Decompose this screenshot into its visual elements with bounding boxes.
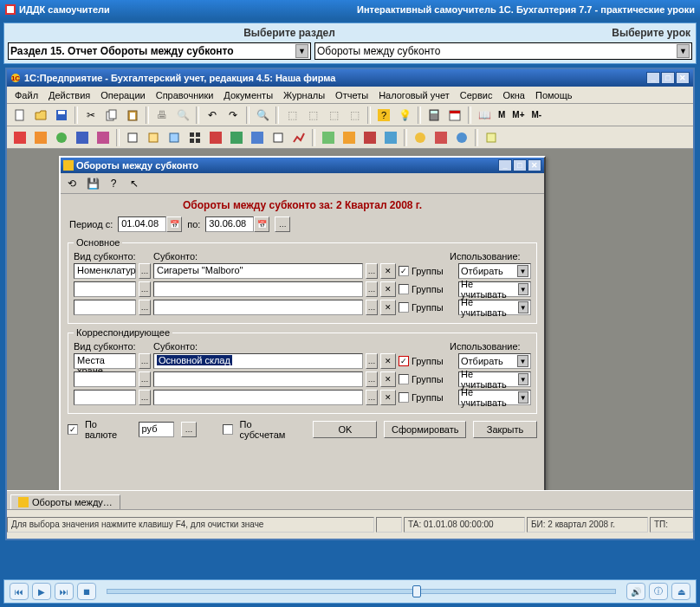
- dialog-minimize-button[interactable]: _: [498, 159, 512, 171]
- tool-icon[interactable]: ⬚: [282, 106, 301, 125]
- tool-icon[interactable]: [227, 128, 246, 147]
- hint-icon[interactable]: 💡: [395, 106, 414, 125]
- menu-help[interactable]: Помощь: [531, 88, 577, 102]
- maximize-button[interactable]: □: [661, 72, 675, 84]
- menu-catalogs[interactable]: Справочники: [152, 88, 218, 102]
- tool-icon[interactable]: [165, 128, 184, 147]
- subconto-input[interactable]: Сигареты "Malboro": [153, 263, 363, 279]
- tool-icon[interactable]: ⬚: [345, 106, 364, 125]
- menu-windows[interactable]: Окна: [498, 88, 529, 102]
- tool-icon[interactable]: [206, 128, 225, 147]
- kind-choose-button[interactable]: …: [139, 300, 151, 315]
- refresh-icon[interactable]: ⟲: [64, 176, 80, 191]
- calendar-icon[interactable]: [445, 106, 464, 125]
- tool-icon[interactable]: ⬚: [324, 106, 343, 125]
- player-exit-button[interactable]: ⏏: [671, 583, 690, 600]
- save-settings-icon[interactable]: 💾: [85, 176, 100, 191]
- dropdown-arrow-icon[interactable]: ▼: [518, 301, 528, 313]
- period-choose-button[interactable]: …: [275, 216, 290, 232]
- dropdown-arrow-icon[interactable]: ▼: [518, 373, 528, 385]
- menu-reports[interactable]: Отчеты: [331, 88, 373, 102]
- groups-checkbox[interactable]: ✓: [399, 266, 409, 276]
- calc-icon[interactable]: [425, 106, 444, 125]
- dropdown-arrow-icon[interactable]: ▼: [518, 283, 528, 295]
- tool-icon[interactable]: [73, 128, 92, 147]
- use-select[interactable]: Не учитывать▼: [458, 390, 531, 405]
- dropdown-arrow-icon[interactable]: ▼: [517, 355, 528, 367]
- dropdown-arrow-icon[interactable]: ▼: [295, 44, 308, 58]
- tool-icon[interactable]: [431, 128, 450, 147]
- kind-choose-button[interactable]: …: [139, 390, 151, 405]
- clear-button[interactable]: ✕: [380, 371, 396, 387]
- subconto-input[interactable]: [153, 300, 363, 315]
- tool-icon[interactable]: [411, 128, 430, 147]
- kind-input[interactable]: [74, 281, 136, 297]
- player-info-button[interactable]: ⓘ: [649, 583, 668, 600]
- tool-icon[interactable]: [289, 128, 308, 147]
- save-icon[interactable]: [52, 106, 71, 125]
- use-select[interactable]: Отбирать▼: [458, 263, 531, 279]
- kind-input[interactable]: Номенклатур: [74, 263, 136, 279]
- tool-icon[interactable]: [185, 128, 204, 147]
- tool-icon[interactable]: [482, 128, 501, 147]
- tool-icon[interactable]: [144, 128, 163, 147]
- tool-icon[interactable]: [94, 128, 113, 147]
- tool-icon[interactable]: [381, 128, 400, 147]
- use-select[interactable]: Не учитывать▼: [458, 300, 531, 315]
- subconto-choose-button[interactable]: …: [366, 263, 378, 279]
- currency-input[interactable]: руб: [139, 422, 175, 437]
- book-icon[interactable]: 📖: [475, 106, 494, 125]
- tool-icon[interactable]: [340, 128, 359, 147]
- menu-service[interactable]: Сервис: [456, 88, 497, 102]
- cut-icon[interactable]: ✂: [81, 106, 100, 125]
- calendar-icon[interactable]: 📅: [254, 216, 269, 232]
- dialog-maximize-button[interactable]: □: [513, 159, 527, 171]
- player-prev-button[interactable]: ⏮: [10, 583, 29, 600]
- slider-thumb[interactable]: [412, 585, 421, 597]
- subconto-input[interactable]: [153, 371, 363, 387]
- use-select[interactable]: Не учитывать▼: [458, 281, 531, 297]
- tool-icon[interactable]: [319, 128, 338, 147]
- by-subacc-checkbox[interactable]: [223, 424, 233, 435]
- tool-icon[interactable]: [248, 128, 267, 147]
- help-icon[interactable]: ?: [106, 176, 121, 191]
- preview-icon[interactable]: 🔍: [173, 106, 192, 125]
- subconto-input[interactable]: Основной склад: [153, 353, 363, 369]
- player-play-button[interactable]: ▶: [32, 583, 51, 600]
- tool-icon[interactable]: [52, 128, 71, 147]
- new-icon[interactable]: [10, 106, 29, 125]
- clear-button[interactable]: ✕: [380, 353, 396, 369]
- clear-button[interactable]: ✕: [380, 281, 396, 297]
- tool-icon[interactable]: ⬚: [303, 106, 322, 125]
- tool-icon[interactable]: [452, 128, 471, 147]
- dropdown-arrow-icon[interactable]: ▼: [677, 44, 690, 58]
- groups-checkbox[interactable]: [399, 374, 409, 384]
- kind-input[interactable]: [74, 390, 136, 405]
- redo-icon[interactable]: ↷: [224, 106, 243, 125]
- tool-icon[interactable]: [269, 128, 288, 147]
- kind-input[interactable]: [74, 300, 136, 315]
- section-select[interactable]: Раздел 15. Отчет Обороты между субконто …: [8, 42, 311, 60]
- kind-choose-button[interactable]: …: [139, 371, 151, 387]
- kind-input[interactable]: Места хране: [74, 353, 136, 369]
- subconto-choose-button[interactable]: …: [366, 300, 378, 315]
- pointer-icon[interactable]: ↖: [126, 176, 142, 191]
- close-button[interactable]: ✕: [676, 72, 690, 84]
- lesson-select[interactable]: Обороты между субконто ▼: [314, 42, 692, 60]
- subconto-choose-button[interactable]: …: [366, 390, 378, 405]
- dialog-titlebar[interactable]: Обороты между субконто _ □ ✕: [61, 158, 544, 173]
- copy-icon[interactable]: [102, 106, 121, 125]
- print-icon[interactable]: 🖶: [152, 106, 172, 125]
- tool-icon[interactable]: [31, 128, 50, 147]
- undo-icon[interactable]: ↶: [203, 106, 222, 125]
- groups-checkbox[interactable]: ✓: [399, 356, 409, 366]
- groups-checkbox[interactable]: [399, 302, 409, 313]
- kind-choose-button[interactable]: …: [139, 281, 151, 297]
- menu-actions[interactable]: Действия: [44, 88, 94, 102]
- m-plus-button[interactable]: М+: [509, 106, 527, 125]
- clear-button[interactable]: ✕: [380, 300, 396, 315]
- subconto-input[interactable]: [153, 281, 363, 297]
- by-currency-checkbox[interactable]: ✓: [68, 424, 78, 435]
- subconto-choose-button[interactable]: …: [366, 281, 378, 297]
- clear-button[interactable]: ✕: [380, 390, 396, 405]
